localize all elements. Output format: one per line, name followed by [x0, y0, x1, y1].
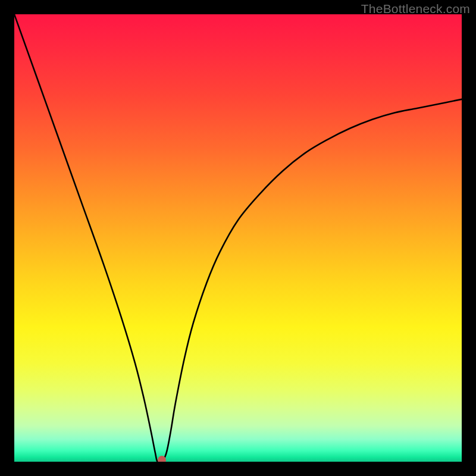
bottleneck-curve: [14, 14, 462, 462]
chart-frame: TheBottleneck.com: [0, 0, 476, 476]
plot-area: [14, 14, 462, 462]
watermark-text: TheBottleneck.com: [361, 2, 470, 16]
minimum-marker: [158, 456, 166, 462]
